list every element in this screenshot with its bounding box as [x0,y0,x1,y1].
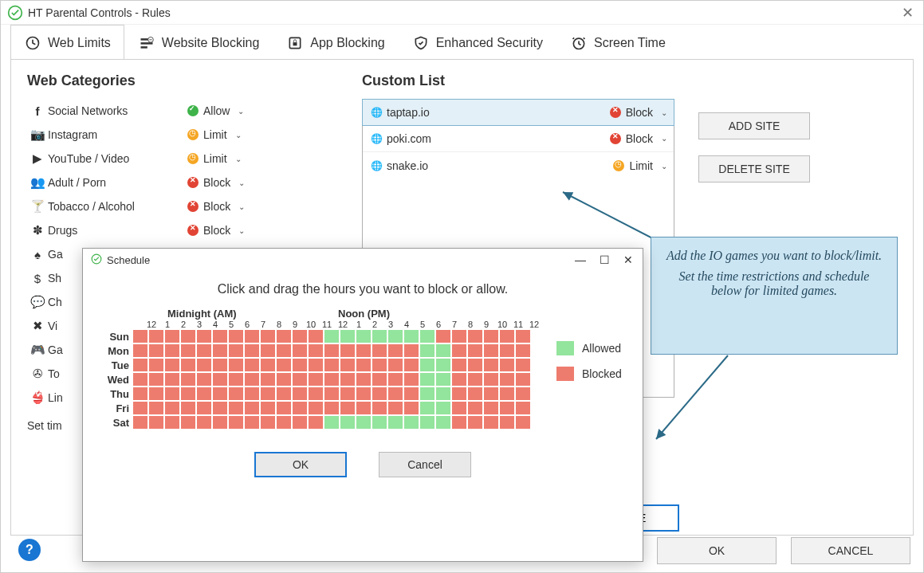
schedule-cell[interactable] [212,415,228,430]
schedule-cell[interactable] [451,401,467,415]
schedule-cell[interactable] [276,343,292,358]
schedule-cell[interactable] [387,387,403,401]
schedule-cell[interactable] [276,387,292,401]
maximize-icon[interactable]: ☐ [598,253,611,266]
schedule-cell[interactable] [403,387,419,401]
schedule-cell[interactable] [260,343,276,358]
schedule-cell[interactable] [196,343,212,358]
schedule-cell[interactable] [276,358,292,372]
schedule-cell[interactable] [419,358,435,372]
schedule-cell[interactable] [356,343,372,358]
schedule-cell[interactable] [372,358,387,372]
schedule-cell[interactable] [372,401,387,415]
schedule-cell[interactable] [196,401,212,415]
schedule-cell[interactable] [148,358,164,372]
ok-button[interactable]: OK [657,537,777,564]
schedule-cell[interactable] [180,343,196,358]
schedule-cell[interactable] [148,372,164,387]
add-site-button[interactable]: ADD SITE [698,112,810,139]
schedule-cell[interactable] [483,387,499,401]
schedule-cell[interactable] [356,387,372,401]
schedule-cell[interactable] [180,358,196,372]
schedule-cell[interactable] [260,372,276,387]
tab-website-blocking[interactable]: Website Blocking [124,25,273,60]
schedule-cell[interactable] [244,329,260,343]
schedule-cell[interactable] [403,401,419,415]
schedule-cell[interactable] [419,415,435,430]
schedule-cell[interactable] [483,372,499,387]
schedule-cell[interactable] [308,358,324,372]
schedule-cell[interactable] [292,358,308,372]
schedule-cell[interactable] [324,358,340,372]
schedule-cell[interactable] [308,387,324,401]
minimize-icon[interactable]: — [574,253,587,266]
schedule-cell[interactable] [483,358,499,372]
schedule-cell[interactable] [499,387,515,401]
schedule-cell[interactable] [387,329,403,343]
schedule-cell[interactable] [292,401,308,415]
schedule-cell[interactable] [180,387,196,401]
schedule-cell[interactable] [164,387,180,401]
schedule-cell[interactable] [196,372,212,387]
schedule-cell[interactable] [164,401,180,415]
status-selector[interactable]: Block⌄ [187,224,251,237]
status-selector[interactable]: Limit⌄ [613,159,667,172]
schedule-cell[interactable] [403,343,419,358]
schedule-cell[interactable] [180,401,196,415]
tab-web-limits[interactable]: Web Limits [10,25,124,60]
schedule-cell[interactable] [451,358,467,372]
schedule-cell[interactable] [435,372,451,387]
schedule-cell[interactable] [260,358,276,372]
status-selector[interactable]: Allow⌄ [187,104,251,117]
schedule-cell[interactable] [515,387,531,401]
schedule-cell[interactable] [340,387,356,401]
category-row[interactable]: f Social NetworksAllow⌄ [27,99,362,123]
schedule-cell[interactable] [435,387,451,401]
schedule-cell[interactable] [499,372,515,387]
schedule-cell[interactable] [132,358,148,372]
schedule-cell[interactable] [308,401,324,415]
schedule-cell[interactable] [403,372,419,387]
schedule-cell[interactable] [148,387,164,401]
status-selector[interactable]: Limit⌄ [187,128,251,141]
schedule-cell[interactable] [387,358,403,372]
schedule-cell[interactable] [356,358,372,372]
close-icon[interactable]: ✕ [897,2,918,23]
schedule-cell[interactable] [372,343,387,358]
schedule-cell[interactable] [292,329,308,343]
custom-list-row[interactable]: 🌐 poki.com Block⌄ [363,125,674,152]
schedule-cell[interactable] [132,372,148,387]
schedule-cell[interactable] [499,343,515,358]
schedule-cell[interactable] [499,329,515,343]
custom-list-row[interactable]: 🌐 snake.io Limit⌄ [363,152,674,179]
schedule-cell[interactable] [276,401,292,415]
schedule-cell[interactable] [387,372,403,387]
schedule-cell[interactable] [419,329,435,343]
schedule-cell[interactable] [387,415,403,430]
schedule-cancel-button[interactable]: Cancel [379,452,471,477]
schedule-cell[interactable] [212,329,228,343]
schedule-cell[interactable] [244,415,260,430]
schedule-cell[interactable] [228,387,244,401]
schedule-cell[interactable] [164,329,180,343]
schedule-cell[interactable] [292,415,308,430]
schedule-cell[interactable] [260,329,276,343]
schedule-cell[interactable] [212,387,228,401]
schedule-cell[interactable] [180,372,196,387]
schedule-cell[interactable] [356,401,372,415]
schedule-cell[interactable] [148,415,164,430]
schedule-cell[interactable] [356,415,372,430]
schedule-cell[interactable] [467,372,483,387]
schedule-cell[interactable] [244,372,260,387]
schedule-cell[interactable] [435,343,451,358]
schedule-cell[interactable] [148,343,164,358]
schedule-cell[interactable] [196,358,212,372]
schedule-cell[interactable] [340,343,356,358]
schedule-cell[interactable] [340,372,356,387]
schedule-cell[interactable] [324,415,340,430]
schedule-cell[interactable] [467,343,483,358]
schedule-cell[interactable] [292,343,308,358]
schedule-cell[interactable] [467,358,483,372]
schedule-cell[interactable] [132,387,148,401]
schedule-cell[interactable] [403,329,419,343]
